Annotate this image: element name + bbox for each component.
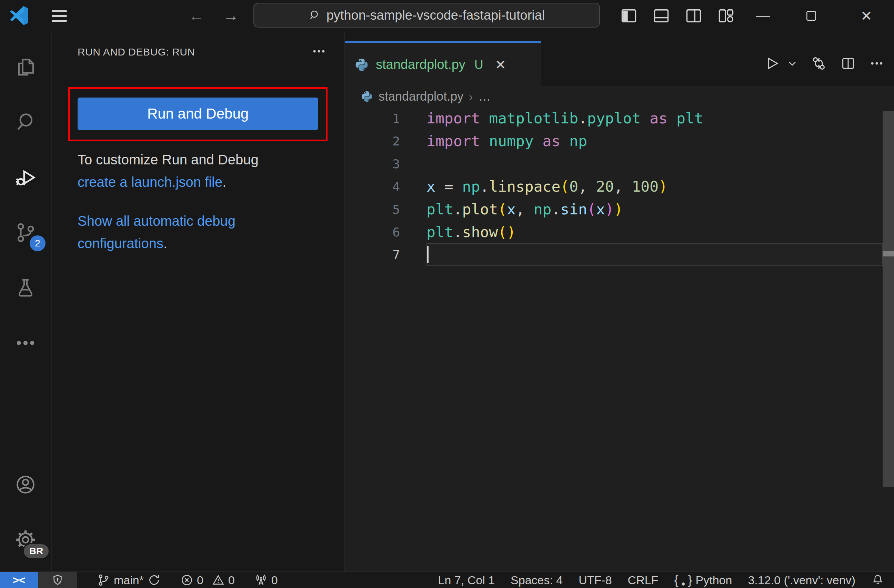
error-count: 0: [197, 573, 204, 587]
code-line[interactable]: 6plt.show(): [345, 220, 894, 243]
close-icon[interactable]: ✕: [839, 0, 894, 32]
vscode-logo-icon: [9, 6, 30, 26]
git-branch-status[interactable]: main*: [97, 572, 161, 588]
warning-icon: [212, 573, 225, 586]
code-line[interactable]: 2import numpy as np: [345, 130, 894, 152]
tab-close-icon[interactable]: ✕: [495, 57, 506, 72]
sync-icon: [147, 573, 161, 587]
bell-icon[interactable]: [871, 572, 884, 588]
code-line[interactable]: 1import matplotlib.pyplot as plt: [345, 107, 894, 130]
panel-title: RUN AND DEBUG: RUN: [78, 46, 195, 58]
panel-left-icon[interactable]: [613, 0, 645, 32]
launch-suffix: .: [222, 174, 226, 190]
minimize-icon[interactable]: —: [742, 0, 784, 32]
arrow-left-icon[interactable]: ←: [186, 0, 207, 32]
problems-status[interactable]: 0 0: [180, 572, 235, 588]
line-number: 7: [345, 248, 400, 262]
remote-indicator[interactable]: ><: [0, 572, 38, 588]
code-text: import matplotlib.pyplot as plt: [426, 107, 883, 130]
code-line[interactable]: 3: [345, 152, 894, 175]
show-configurations-link[interactable]: Show all automatic debug configurations: [78, 213, 236, 251]
settings-gear-icon[interactable]: BR: [8, 522, 44, 558]
workbench: 2 BR RUN AND DEBUG: RUN: [0, 32, 894, 571]
line-number: 1: [345, 111, 400, 125]
status-right: Ln 7, Col 1 Spaces: 4 UTF-8 CRLF {●} Pyt…: [438, 572, 894, 588]
python-icon: [355, 57, 369, 72]
show-configurations-text: Show all automatic debug configurations.: [78, 210, 291, 255]
editor-toolbar: [764, 41, 884, 86]
code-text: import numpy as np: [426, 130, 883, 152]
account-icon[interactable]: [8, 467, 44, 502]
workspace-trust-icon[interactable]: [38, 572, 77, 588]
line-number: 2: [345, 134, 400, 148]
code-line[interactable]: 7: [345, 243, 894, 266]
arrow-right-icon[interactable]: →: [220, 0, 241, 32]
customize-text-line: To customize Run and Debug: [78, 152, 258, 167]
python-icon: [361, 90, 373, 103]
panel-right-icon[interactable]: [678, 0, 710, 32]
ports-status[interactable]: 0: [254, 572, 278, 588]
radio-tower-icon: [254, 573, 268, 587]
title-bar: ← → python-sample-vscode-fastapi-tutoria…: [0, 0, 894, 32]
eol-sequence[interactable]: CRLF: [628, 572, 658, 588]
run-python-file-icon[interactable]: [764, 56, 780, 71]
line-number: 5: [345, 202, 400, 216]
layout-customize-icon[interactable]: [710, 0, 742, 32]
vscode-window: ← → python-sample-vscode-fastapi-tutoria…: [0, 0, 894, 588]
code-line[interactable]: 4x = np.linspace(0, 20, 100): [345, 175, 894, 198]
panel-bottom-icon[interactable]: [645, 0, 678, 32]
show-suffix: .: [163, 236, 167, 251]
panel-header: RUN AND DEBUG: RUN: [78, 44, 326, 60]
ellipsis-icon[interactable]: [311, 44, 326, 60]
breadcrumb-file[interactable]: standardplot.py: [379, 89, 464, 104]
branch-label: main*: [114, 573, 144, 587]
run-and-debug-icon[interactable]: [8, 160, 44, 195]
run-and-debug-panel: RUN AND DEBUG: RUN Run and Debug To cust…: [52, 32, 345, 571]
source-control-badge: 2: [30, 235, 45, 251]
line-number: 3: [345, 157, 400, 171]
python-interpreter[interactable]: 3.12.0 ('.venv': venv): [748, 572, 855, 588]
profile-badge: BR: [23, 543, 50, 559]
code-text: [426, 152, 883, 175]
breadcrumb-symbol[interactable]: …: [479, 89, 491, 104]
launch-json-link[interactable]: create a launch.json file: [78, 174, 222, 190]
highlight-annotation: Run and Debug: [68, 87, 328, 141]
chevron-right-icon: ›: [469, 90, 473, 103]
activity-bar: 2 BR: [0, 32, 52, 571]
customize-text: To customize Run and Debug create a laun…: [78, 149, 291, 193]
files-icon[interactable]: [8, 49, 44, 85]
maximize-icon[interactable]: [784, 0, 839, 32]
cursor-position[interactable]: Ln 7, Col 1: [438, 572, 495, 588]
git-branch-icon: [97, 573, 110, 587]
tab-bar: standardplot.py U ✕: [345, 32, 894, 86]
tab-standardplot[interactable]: standardplot.py U ✕: [345, 41, 541, 86]
search-icon: [308, 9, 321, 21]
testing-icon[interactable]: [8, 270, 44, 306]
open-changes-icon[interactable]: [811, 55, 827, 72]
breadcrumb: standardplot.py › …: [345, 86, 894, 107]
editor-more-actions-icon[interactable]: [869, 56, 884, 71]
error-icon: [180, 573, 193, 586]
source-control-icon[interactable]: 2: [8, 215, 44, 250]
command-center-text: python-sample-vscode-fastapi-tutorial: [326, 8, 545, 23]
encoding[interactable]: UTF-8: [578, 572, 612, 588]
menu-icon[interactable]: [52, 8, 67, 23]
tab-untracked-badge: U: [474, 57, 483, 72]
command-center[interactable]: python-sample-vscode-fastapi-tutorial: [254, 3, 600, 27]
search-sidebar-icon[interactable]: [8, 104, 44, 140]
more-views-icon[interactable]: [8, 325, 44, 361]
warning-count: 0: [228, 573, 235, 587]
titlebar-actions: — ✕: [613, 0, 894, 32]
status-left: >< main* 0 0 0: [0, 572, 438, 588]
tab-label: standardplot.py: [376, 57, 465, 72]
code-text: plt.show(): [426, 220, 883, 243]
chevron-down-icon[interactable]: [787, 58, 797, 69]
language-mode[interactable]: {●} Python: [674, 572, 732, 588]
split-editor-icon[interactable]: [840, 56, 856, 71]
scrollbar[interactable]: [883, 111, 894, 487]
text-cursor: [427, 246, 429, 263]
code-line[interactable]: 5plt.plot(x, np.sin(x)): [345, 198, 894, 220]
run-and-debug-button[interactable]: Run and Debug: [78, 98, 318, 130]
braces-icon: {●}: [674, 573, 692, 587]
indentation[interactable]: Spaces: 4: [510, 572, 563, 588]
